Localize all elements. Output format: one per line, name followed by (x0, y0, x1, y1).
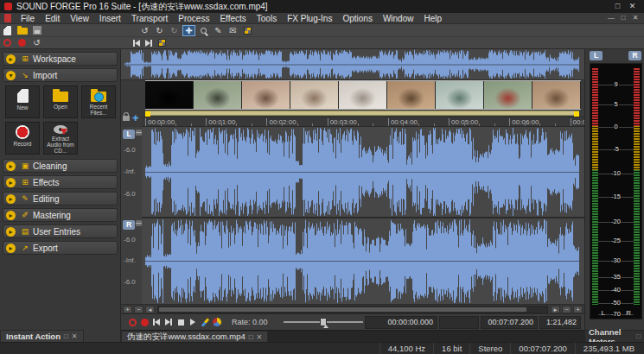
scrollbar-thumb[interactable] (159, 307, 526, 312)
import-extract-audio-from-cd-button[interactable]: Extract Audio from CD... (43, 122, 78, 155)
left-channel-button[interactable]: L (123, 130, 135, 139)
undo-button[interactable]: ↺ (138, 25, 151, 36)
close-icon[interactable]: ✕ (257, 333, 263, 341)
float-icon[interactable]: □ (249, 333, 253, 341)
video-thumbnail[interactable] (387, 81, 436, 109)
sidebar-section-mastering[interactable]: ▸✐Mastering (3, 208, 118, 222)
video-thumbnail[interactable] (436, 81, 484, 109)
overview-waveform[interactable] (121, 49, 584, 80)
zoom-out-end-button[interactable]: − (562, 306, 571, 313)
sidebar-section-editing[interactable]: ▸✎Editing (3, 192, 118, 205)
record-button[interactable] (16, 37, 29, 48)
sidebar-section-import[interactable]: ▾↘Import (3, 68, 118, 82)
menu-item-tools[interactable]: Tools (252, 13, 282, 24)
menu-item-view[interactable]: View (65, 13, 94, 24)
right-channel-waveform[interactable] (142, 218, 584, 304)
go-to-start-button[interactable] (151, 317, 162, 327)
go-to-end-button[interactable] (143, 38, 154, 48)
video-thumbnail[interactable] (290, 81, 339, 109)
zoom-in-end-button[interactable]: + (573, 306, 583, 313)
close-button[interactable]: ✕ (625, 0, 640, 13)
edit-tool-button[interactable]: ✚ (182, 25, 195, 36)
new-file-button[interactable] (1, 25, 14, 36)
video-thumbnail[interactable] (145, 81, 194, 109)
menu-item-fx-plug-ins[interactable]: FX Plug-Ins (282, 13, 337, 24)
child-minimize-button[interactable]: — (605, 13, 617, 23)
loop-mode-button[interactable] (212, 317, 222, 327)
right-channel-button[interactable]: R (123, 220, 135, 230)
scroll-right-button[interactable]: ▸ (551, 306, 560, 313)
sidebar-section-effects[interactable]: ▸⊞Effects (3, 175, 118, 189)
channel-meters-title-bar[interactable]: Channel Meters □ (585, 330, 644, 342)
play-button[interactable] (188, 317, 198, 327)
video-thumbnail[interactable] (484, 81, 532, 109)
chevron-right-icon[interactable]: ▸ (6, 194, 16, 204)
video-thumbnail[interactable] (339, 81, 387, 109)
snap-to-grid-button[interactable] (156, 37, 169, 48)
loop-playback-button[interactable]: ↺ (30, 37, 43, 48)
open-file-button[interactable] (16, 25, 29, 36)
menu-item-window[interactable]: Window (378, 13, 419, 24)
repeat-button[interactable]: ↻ (168, 25, 181, 36)
chevron-down-icon[interactable]: ▾ (6, 71, 16, 80)
snap-toggle-button[interactable] (241, 25, 254, 36)
scroll-left-button[interactable]: ◂ (145, 306, 155, 313)
chevron-right-icon[interactable]: ▸ (6, 161, 16, 171)
sidebar-section-user-entries[interactable]: ▸▤User Entries (3, 224, 118, 238)
scrollbar-track[interactable] (157, 306, 548, 313)
import-recent-files-button[interactable]: Recent Files... (81, 85, 116, 118)
chevron-right-icon[interactable]: ▸ (6, 178, 16, 187)
float-icon[interactable]: □ (64, 332, 68, 340)
sidebar-section-cleaning[interactable]: ▸▣Cleaning (3, 159, 118, 173)
import-record-button[interactable]: Record (5, 122, 40, 155)
chevron-right-icon[interactable]: ▸ (6, 54, 16, 64)
chevron-right-icon[interactable]: ▸ (6, 211, 16, 220)
maximize-button[interactable]: □ (610, 0, 625, 13)
redo-button[interactable]: ↻ (153, 25, 166, 36)
menu-item-file[interactable]: File (16, 13, 40, 24)
chevron-right-icon[interactable]: ▸ (6, 243, 16, 253)
record-remote-button[interactable] (1, 37, 14, 48)
go-to-start-button[interactable] (131, 38, 142, 48)
menu-item-options[interactable]: Options (337, 13, 377, 24)
import-open-button[interactable]: Open (43, 85, 78, 118)
chevron-right-icon[interactable]: ▸ (6, 227, 16, 237)
menu-item-transport[interactable]: Transport (126, 13, 173, 24)
video-thumbnail[interactable] (242, 81, 290, 109)
play-as-cutlist-button[interactable] (200, 317, 210, 327)
menu-item-effects[interactable]: Effects (214, 13, 251, 24)
loop-selection-bar[interactable] (145, 111, 579, 116)
stop-button[interactable] (175, 317, 186, 327)
child-restore-button[interactable]: □ (617, 13, 629, 23)
zoom-in-time-button[interactable]: + (123, 306, 132, 313)
document-tab[interactable]: 伪速的安详www.ssdax.com.mp4 □ ✕ (121, 331, 268, 342)
menu-item-help[interactable]: Help (418, 13, 447, 24)
sidebar-section-export[interactable]: ▸↗Export (3, 241, 118, 255)
video-thumbnail[interactable] (532, 81, 581, 109)
menu-item-edit[interactable]: Edit (40, 13, 65, 24)
import-new-button[interactable]: New (5, 85, 40, 118)
go-to-end-button[interactable] (163, 317, 174, 327)
pencil-tool-button[interactable]: ✎ (212, 25, 225, 36)
save-button[interactable] (30, 25, 43, 36)
zoom-out-time-button[interactable]: − (134, 306, 143, 313)
envelope-tool-button[interactable]: ✉ (226, 25, 239, 36)
sidebar-section-workspace[interactable]: ▸⊞Workspace (3, 52, 118, 66)
left-channel-waveform[interactable] (142, 127, 584, 217)
pin-icon[interactable]: □ (636, 332, 641, 340)
menu-item-insert[interactable]: Insert (94, 13, 126, 24)
child-close-button[interactable]: ✕ (629, 13, 641, 23)
meter-left-button[interactable]: L (590, 51, 603, 60)
magnify-tool-button[interactable] (197, 25, 210, 36)
record-remote-button[interactable] (127, 317, 137, 327)
left-channel-minimize-button[interactable]: — (136, 130, 142, 136)
menu-item-process[interactable]: Process (173, 13, 214, 24)
right-channel-minimize-button[interactable]: — (136, 220, 142, 226)
timeline-ruler[interactable]: 00:00:0000:01:0000:02:0000:03:0000:04:00… (142, 117, 584, 127)
meter-right-button[interactable]: R (628, 51, 641, 60)
instant-action-tab[interactable]: Instant Action □ ✕ (0, 330, 84, 342)
close-icon[interactable]: ✕ (72, 332, 78, 340)
video-thumbnail[interactable] (194, 81, 242, 109)
add-marker-icon[interactable]: ✚ (132, 114, 139, 123)
record-button[interactable] (139, 317, 150, 327)
